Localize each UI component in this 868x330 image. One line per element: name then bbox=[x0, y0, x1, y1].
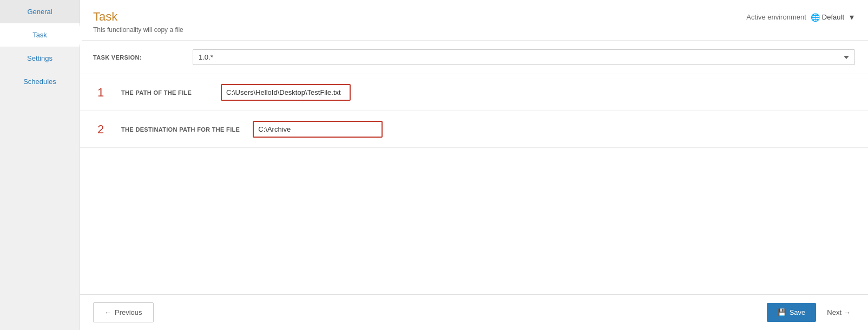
env-value: 🌐 Default bbox=[811, 13, 844, 22]
top-bar: Task This functionality will copy a file… bbox=[80, 0, 868, 41]
field-input-destination[interactable] bbox=[253, 121, 383, 138]
sidebar: General Task Settings Schedules bbox=[0, 0, 80, 330]
field-row-destination: 2 THE DESTINATION PATH FOR THE FILE bbox=[80, 111, 868, 148]
content-area: TASK VERSION: 1.0.* 1 THE PATH OF THE FI… bbox=[80, 41, 868, 294]
next-label: Next bbox=[827, 308, 841, 316]
env-name: Default bbox=[822, 13, 844, 21]
sidebar-item-task[interactable]: Task bbox=[0, 23, 80, 47]
arrow-left-icon: ← bbox=[104, 308, 111, 316]
previous-button[interactable]: ← Previous bbox=[93, 302, 154, 322]
footer: ← Previous 💾 Save Next → bbox=[80, 294, 868, 330]
field-input-path[interactable] bbox=[221, 84, 351, 101]
field-label-destination: THE DESTINATION PATH FOR THE FILE bbox=[121, 126, 240, 133]
footer-right: 💾 Save Next → bbox=[767, 303, 855, 322]
page-title: Task bbox=[93, 10, 183, 24]
globe-icon: 🌐 bbox=[811, 13, 820, 22]
env-label: Active environment bbox=[746, 13, 806, 21]
previous-label: Previous bbox=[115, 308, 142, 316]
save-label: Save bbox=[790, 308, 806, 316]
save-button[interactable]: 💾 Save bbox=[767, 303, 817, 322]
field-row-path: 1 THE PATH OF THE FILE bbox=[80, 74, 868, 111]
sidebar-item-schedules[interactable]: Schedules bbox=[0, 70, 80, 93]
page-header: Task This functionality will copy a file bbox=[93, 10, 183, 34]
sidebar-item-label: Task bbox=[32, 31, 47, 39]
sidebar-item-general[interactable]: General bbox=[0, 0, 80, 23]
field-label-path: THE PATH OF THE FILE bbox=[121, 89, 208, 96]
environment-selector: Active environment 🌐 Default ▾ bbox=[746, 10, 855, 22]
task-version-label: TASK VERSION: bbox=[93, 54, 180, 61]
env-dropdown-button[interactable]: ▾ bbox=[849, 12, 855, 22]
save-icon: 💾 bbox=[778, 308, 786, 316]
field-number-2: 2 bbox=[93, 122, 108, 137]
next-button[interactable]: Next → bbox=[823, 303, 855, 322]
page-subtitle: This functionality will copy a file bbox=[93, 26, 183, 34]
sidebar-item-label: Schedules bbox=[23, 77, 56, 86]
task-version-row: TASK VERSION: 1.0.* bbox=[80, 41, 868, 74]
arrow-right-icon: → bbox=[844, 308, 851, 316]
sidebar-item-label: Settings bbox=[27, 54, 52, 62]
sidebar-item-settings[interactable]: Settings bbox=[0, 47, 80, 70]
field-number-1: 1 bbox=[93, 86, 108, 100]
main-content: Task This functionality will copy a file… bbox=[80, 0, 868, 330]
task-version-select[interactable]: 1.0.* bbox=[193, 49, 855, 65]
sidebar-item-label: General bbox=[27, 8, 52, 16]
